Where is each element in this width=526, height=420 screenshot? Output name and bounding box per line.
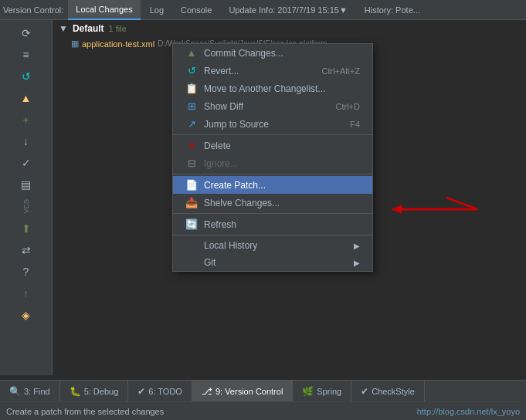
menu-ignore: ⊟ Ignore... bbox=[173, 154, 372, 172]
checkstyle-label: CheckStyle bbox=[372, 387, 415, 396]
svg-marker-1 bbox=[392, 205, 402, 214]
status-bar: Create a patch from the selected changes… bbox=[0, 401, 526, 420]
push-btn[interactable]: ↑ bbox=[14, 283, 39, 303]
git-arrow: ▶ bbox=[354, 259, 360, 267]
todo-label: 6: TODO bbox=[148, 387, 182, 396]
color-btn[interactable]: ◈ bbox=[14, 305, 39, 325]
tab-local-changes[interactable]: Local Changes bbox=[68, 0, 140, 20]
tab-find[interactable]: 🔍 3: Find bbox=[0, 381, 60, 402]
tab-console[interactable]: Console bbox=[173, 0, 219, 20]
local-history-arrow: ▶ bbox=[354, 242, 360, 250]
help-btn[interactable]: ? bbox=[14, 262, 39, 282]
menu-create-patch-label: Create Patch... bbox=[204, 180, 360, 191]
shelve-btn[interactable]: ↓ bbox=[14, 131, 39, 151]
show-diff-shortcut: Ctrl+D bbox=[336, 102, 360, 111]
refresh-icon: 🔄 bbox=[185, 218, 198, 230]
separator-1 bbox=[173, 134, 372, 135]
menu-move[interactable]: 📋 Move to Another Changelist... bbox=[173, 80, 372, 97]
menu-move-label: Move to Another Changelist... bbox=[204, 83, 360, 94]
add-btn[interactable]: + bbox=[14, 110, 39, 130]
vcs-label: VCS bbox=[22, 199, 30, 214]
separator-3 bbox=[173, 213, 372, 214]
jump-source-shortcut: F4 bbox=[350, 120, 360, 129]
commit-icon: ▲ bbox=[185, 47, 198, 59]
file-name: application-test.xml bbox=[82, 39, 154, 49]
content-area: ▼ Default 1 file ▦ application-test.xml … bbox=[53, 20, 526, 375]
up-btn[interactable]: ⬆ bbox=[14, 218, 39, 239]
menu-git-label: Git bbox=[204, 257, 348, 268]
status-left: Create a patch from the selected changes bbox=[6, 407, 164, 416]
menu-delete[interactable]: ✕ Delete bbox=[173, 137, 372, 154]
tab-version-control[interactable]: ⎇ 9: Version Control bbox=[192, 381, 293, 402]
swap-btn[interactable]: ⇄ bbox=[14, 240, 39, 260]
changelist-count: 1 file bbox=[109, 24, 127, 33]
changelist-name: Default bbox=[73, 23, 104, 34]
menu-revert-label: Revert... bbox=[204, 66, 300, 76]
changelist-arrow: ▼ bbox=[59, 23, 68, 34]
expand-btn[interactable]: ≡ bbox=[14, 45, 39, 65]
sidebar: ⟳ ≡ ↺ ▲ + ↓ ✓ ▤ VCS ⬆ ⇄ ? ↑ ◈ bbox=[0, 20, 53, 375]
tab-spring[interactable]: 🌿 Spring bbox=[293, 381, 351, 402]
menu-git[interactable]: Git ▶ bbox=[173, 254, 372, 271]
shelve-icon: 📥 bbox=[185, 197, 198, 208]
revert-icon: ↺ bbox=[185, 65, 198, 76]
refresh-btn[interactable]: ⟳ bbox=[14, 23, 39, 43]
separator-4 bbox=[173, 235, 372, 235]
commit-btn[interactable]: ▲ bbox=[14, 88, 39, 108]
tab-todo[interactable]: ✔ 6: TODO bbox=[128, 381, 192, 402]
menu-show-diff-label: Show Diff bbox=[204, 101, 314, 112]
bottom-toolbar: 🔍 3: Find 🐛 5: Debug ✔ 6: TODO ⎇ 9: Vers… bbox=[0, 380, 526, 401]
move-icon: 📋 bbox=[185, 83, 198, 94]
menu-refresh-label: Refresh bbox=[204, 219, 360, 230]
menu-show-diff[interactable]: ⊞ Show Diff Ctrl+D bbox=[173, 97, 372, 115]
menu-refresh[interactable]: 🔄 Refresh bbox=[173, 215, 372, 233]
ignore-icon: ⊟ bbox=[185, 158, 198, 169]
menu-ignore-label: Ignore... bbox=[204, 158, 360, 169]
list-btn[interactable]: ▤ bbox=[14, 174, 39, 195]
spring-icon: 🌿 bbox=[302, 386, 314, 397]
status-url: http://blog.csdn.net/lx_yoyo bbox=[417, 407, 520, 416]
menu-shelve[interactable]: 📥 Shelve Changes... bbox=[173, 194, 372, 212]
revert-shortcut: Ctrl+Alt+Z bbox=[321, 66, 360, 76]
menu-jump-source-label: Jump to Source bbox=[204, 119, 328, 130]
red-arrow-indicator bbox=[385, 194, 485, 227]
tab-log[interactable]: Log bbox=[142, 0, 171, 20]
context-menu: ▲ Commit Changes... ↺ Revert... Ctrl+Alt… bbox=[172, 43, 373, 272]
version-control-label: 9: Version Control bbox=[215, 387, 283, 396]
tab-debug[interactable]: 🐛 5: Debug bbox=[60, 381, 129, 402]
menu-shelve-label: Shelve Changes... bbox=[204, 198, 360, 208]
create-patch-icon: 📄 bbox=[185, 179, 198, 191]
separator-2 bbox=[173, 174, 372, 174]
spring-label: Spring bbox=[317, 387, 341, 396]
main-area: ⟳ ≡ ↺ ▲ + ↓ ✓ ▤ VCS ⬆ ⇄ ? ↑ ◈ ▼ Default … bbox=[0, 20, 526, 375]
find-label: 3: Find bbox=[24, 387, 50, 396]
menu-local-history-label: Local History bbox=[204, 240, 348, 251]
update-info-caret: ▼ bbox=[339, 5, 348, 15]
svg-line-2 bbox=[446, 198, 477, 209]
menu-commit-label: Commit Changes... bbox=[204, 48, 338, 59]
tab-update-info[interactable]: Update Info: 2017/7/19 15:15 ▼ bbox=[221, 0, 355, 20]
version-control-icon: ⎇ bbox=[202, 386, 212, 397]
check-btn[interactable]: ✓ bbox=[14, 153, 39, 173]
tab-checkstyle[interactable]: ✔ CheckStyle bbox=[351, 381, 425, 402]
menu-jump-source[interactable]: ↗ Jump to Source F4 bbox=[173, 115, 372, 133]
checkstyle-icon: ✔ bbox=[361, 386, 368, 397]
menu-delete-label: Delete bbox=[204, 141, 360, 151]
delete-icon: ✕ bbox=[185, 140, 198, 151]
menu-local-history[interactable]: Local History ▶ bbox=[173, 237, 372, 254]
todo-icon: ✔ bbox=[137, 386, 145, 397]
menu-revert[interactable]: ↺ Revert... Ctrl+Alt+Z bbox=[173, 62, 372, 80]
jump-source-icon: ↗ bbox=[185, 118, 198, 130]
version-control-label: Version Control: bbox=[3, 5, 63, 15]
debug-label: 5: Debug bbox=[84, 387, 119, 396]
tab-history[interactable]: History: Pote... bbox=[357, 0, 428, 20]
find-icon: 🔍 bbox=[9, 386, 21, 397]
menu-commit[interactable]: ▲ Commit Changes... bbox=[173, 44, 372, 62]
file-icon: ▦ bbox=[71, 39, 79, 49]
menu-create-patch[interactable]: 📄 Create Patch... bbox=[173, 176, 372, 194]
show-diff-icon: ⊞ bbox=[185, 100, 198, 112]
revert-btn[interactable]: ↺ bbox=[14, 66, 39, 86]
debug-icon: 🐛 bbox=[70, 386, 81, 397]
changelist-header: ▼ Default 1 file bbox=[53, 20, 526, 37]
top-bar: Version Control: Local Changes Log Conso… bbox=[0, 0, 526, 20]
